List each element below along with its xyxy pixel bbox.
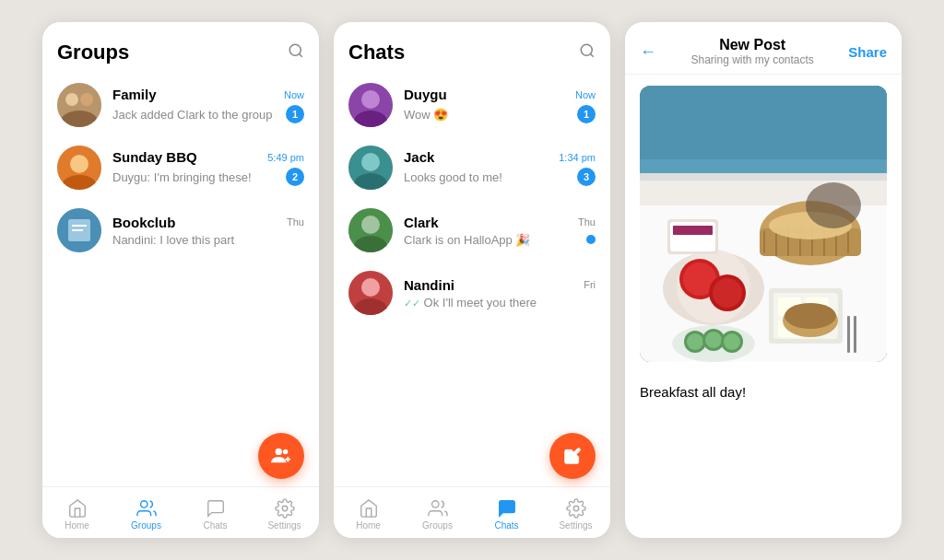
item-time: Fri [584, 279, 596, 290]
item-preview: Nandini: I love this part [112, 233, 304, 247]
item-name: Clark [404, 215, 439, 230]
svg-point-69 [785, 303, 836, 329]
svg-rect-35 [640, 86, 887, 159]
item-time: Thu [578, 216, 596, 228]
list-item[interactable]: Sunday BBQ 5:49 pm Duygu: I'm bringing t… [42, 136, 319, 199]
svg-point-3 [80, 93, 93, 106]
add-group-fab[interactable] [258, 433, 304, 479]
avatar [348, 83, 393, 127]
back-button[interactable]: ← [640, 42, 656, 62]
item-content: Family Now Jack added Clark to the group… [112, 87, 304, 123]
item-preview: ✓✓ Ok I'll meet you there [404, 296, 596, 309]
post-image [640, 86, 887, 362]
badge: 3 [577, 168, 596, 186]
svg-point-26 [361, 216, 380, 234]
item-name: Family [112, 87, 157, 102]
svg-point-55 [713, 278, 742, 308]
badge: 2 [286, 168, 304, 186]
item-name: Bookclub [112, 215, 175, 230]
chats-bottom-nav: Home Groups Chats [334, 486, 610, 538]
list-item[interactable]: Clark Thu Clark is on HalloApp 🎉 [334, 199, 610, 262]
groups-header: Groups [42, 22, 319, 74]
nav-settings[interactable]: Settings [541, 495, 610, 534]
item-time: 5:49 pm [267, 152, 304, 163]
nav-label: Chats [203, 520, 227, 531]
chats-screen: Chats Duygu [334, 22, 610, 538]
groups-screen: Groups F [42, 22, 319, 538]
svg-point-29 [361, 278, 380, 297]
nav-groups[interactable]: Groups [112, 495, 181, 534]
svg-point-17 [282, 506, 288, 511]
avatar [348, 208, 393, 252]
item-preview: Clark is on HalloApp 🎉 [404, 233, 581, 247]
item-time: Thu [287, 216, 304, 228]
item-preview: Looks good to me! [404, 170, 572, 184]
nav-home[interactable]: Home [42, 495, 112, 534]
avatar [57, 208, 101, 252]
item-preview: Wow 😍 [404, 108, 572, 122]
groups-list: Family Now Jack added Clark to the group… [42, 74, 319, 486]
svg-point-13 [283, 449, 289, 455]
post-caption: Breakfast all day! [625, 373, 902, 411]
svg-point-0 [289, 44, 301, 55]
avatar [348, 271, 393, 315]
svg-point-23 [361, 153, 380, 171]
nav-label: Chats [494, 520, 518, 531]
svg-point-63 [687, 333, 703, 350]
svg-point-65 [705, 332, 722, 348]
svg-point-67 [724, 333, 740, 350]
nav-label: Home [65, 520, 89, 531]
new-post-title: New Post [690, 37, 813, 53]
svg-point-76 [806, 182, 861, 228]
nav-home[interactable]: Home [334, 495, 403, 534]
new-post-title-area: New Post Sharing with my contacts [690, 37, 813, 66]
nav-label: Settings [559, 520, 592, 531]
item-content: Jack 1:34 pm Looks good to me! 3 [404, 149, 596, 186]
avatar [348, 146, 393, 190]
item-content: Clark Thu Clark is on HalloApp 🎉 [404, 215, 596, 247]
item-name: Nandini [404, 277, 454, 293]
item-content: Sunday BBQ 5:49 pm Duygu: I'm bringing t… [112, 149, 304, 186]
svg-rect-11 [72, 229, 83, 231]
new-post-subtitle: Sharing with my contacts [690, 53, 813, 66]
groups-bottom-nav: Home Groups Chats [42, 486, 319, 538]
badge: 1 [577, 105, 596, 123]
svg-rect-10 [72, 225, 87, 227]
badge-dot [586, 235, 596, 244]
svg-point-16 [140, 501, 147, 508]
groups-title: Groups [57, 41, 129, 64]
list-item[interactable]: Family Now Jack added Clark to the group… [42, 74, 319, 136]
item-content: Nandini Fri ✓✓ Ok I'll meet you there [404, 277, 596, 309]
nav-label: Groups [131, 520, 161, 531]
share-button[interactable]: Share [848, 44, 887, 60]
list-item[interactable]: Bookclub Thu Nandini: I love this part [42, 199, 319, 262]
list-item[interactable]: Duygu Now Wow 😍 1 [334, 74, 610, 136]
post-image-container [640, 86, 887, 362]
compose-fab[interactable] [549, 433, 596, 479]
nav-settings[interactable]: Settings [250, 495, 319, 534]
svg-rect-73 [673, 226, 713, 235]
chats-list: Duygu Now Wow 😍 1 [334, 74, 610, 486]
chats-search-icon[interactable] [579, 42, 596, 64]
item-content: Bookclub Thu Nandini: I love this part [112, 215, 304, 247]
nav-label: Home [356, 520, 381, 531]
badge: 1 [286, 105, 304, 123]
item-name: Sunday BBQ [112, 149, 197, 165]
groups-search-icon[interactable] [288, 42, 304, 64]
list-item[interactable]: Jack 1:34 pm Looks good to me! 3 [334, 136, 610, 199]
avatar [57, 83, 101, 127]
new-post-screen: ← New Post Sharing with my contacts Shar… [625, 22, 902, 538]
item-preview: Duygu: I'm bringing these! [112, 170, 280, 184]
nav-groups[interactable]: Groups [403, 495, 472, 534]
list-item[interactable]: Nandini Fri ✓✓ Ok I'll meet you there [334, 262, 610, 324]
item-time: Now [284, 89, 304, 100]
item-name: Duygu [404, 87, 447, 102]
nav-chats[interactable]: Chats [181, 495, 250, 534]
chats-title: Chats [348, 41, 405, 64]
svg-point-12 [276, 449, 282, 455]
chats-header: Chats [334, 22, 610, 74]
screens-container: Groups F [42, 22, 902, 538]
svg-rect-74 [847, 316, 850, 353]
avatar [57, 146, 101, 190]
nav-chats[interactable]: Chats [472, 495, 541, 534]
